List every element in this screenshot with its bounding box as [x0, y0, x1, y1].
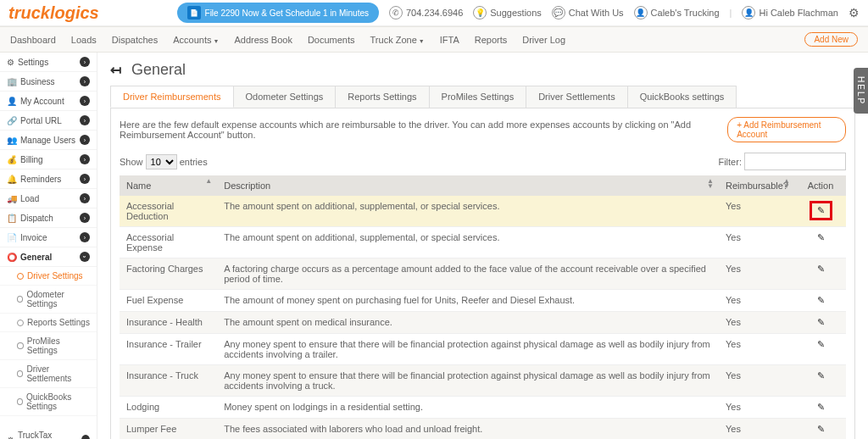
cell-name: Accessorial Expense — [120, 227, 217, 258]
cell-reimb: Yes — [719, 365, 795, 397]
table-row: Insurance - HealthThe amount spent on me… — [120, 312, 846, 334]
chat-link[interactable]: 💬Chat With Us — [552, 6, 624, 19]
chevron-icon: › — [80, 57, 90, 67]
cell-reimb: Yes — [719, 397, 795, 419]
help-tab[interactable]: HELP — [854, 68, 868, 114]
nav-accounts[interactable]: Accounts▼ — [173, 35, 219, 45]
nav-driver-log[interactable]: Driver Log — [522, 35, 565, 45]
cell-name: Insurance - Trailer — [120, 334, 217, 365]
sidebar-manage-users[interactable]: 👥Manage Users› — [0, 131, 97, 150]
cell-name: Insurance - Truck — [120, 365, 217, 397]
edit-button[interactable]: ✎ — [817, 232, 825, 242]
logo[interactable]: trucklogics — [8, 3, 99, 23]
sidebar-icon: 🔔 — [7, 175, 17, 184]
intro-text: Here are the few default expense account… — [120, 119, 727, 140]
tab-odometer-settings[interactable]: Odometer Settings — [233, 86, 337, 108]
cell-desc: Any money spent to ensure that there wil… — [217, 334, 719, 365]
edit-button[interactable]: ✎ — [817, 339, 825, 349]
cell-action: ✎ — [795, 397, 846, 419]
sidebar-settings[interactable]: ⚙Settings› — [0, 53, 97, 72]
sidebar-load[interactable]: 🚚Load› — [0, 189, 97, 208]
sub-promiles-settings[interactable]: ProMiles Settings — [0, 332, 97, 360]
tab-promiles-settings[interactable]: ProMiles Settings — [429, 86, 527, 108]
settings-gear-icon[interactable]: ⚙ — [849, 6, 860, 19]
nav-dashboard[interactable]: Dashboard — [10, 35, 56, 45]
ring-icon — [17, 370, 23, 377]
sidebar-dispatch[interactable]: 📋Dispatch› — [0, 208, 97, 228]
chevron-icon: › — [80, 96, 90, 106]
add-reimbursement-button[interactable]: + Add Reimbursement Account — [727, 117, 846, 142]
col-action[interactable]: Action — [795, 175, 846, 196]
sub-odometer-settings[interactable]: Odometer Settings — [0, 286, 97, 314]
sidebar-business[interactable]: 🏢Business› — [0, 72, 97, 92]
tab-reports-settings[interactable]: Reports Settings — [335, 86, 429, 108]
add-new-button[interactable]: Add New — [804, 32, 858, 47]
cell-reimb: Yes — [719, 312, 795, 334]
cell-reimb: Yes — [719, 419, 795, 440]
cell-desc: A factoring charge occurs as a percentag… — [217, 258, 719, 290]
company-link[interactable]: 👤Caleb's Trucking — [634, 6, 720, 19]
cell-desc: Money spent on lodgings in a residential… — [217, 397, 719, 419]
nav-documents[interactable]: Documents — [308, 35, 355, 45]
chevron-icon: › — [80, 135, 90, 145]
phone-icon: ✆ — [389, 6, 403, 19]
nav-address-book[interactable]: Address Book — [234, 35, 292, 45]
col-reimbursable-[interactable]: Reimbursable?▲▼ — [719, 175, 795, 196]
nav-reports[interactable]: Reports — [475, 35, 508, 45]
sidebar-my-account[interactable]: 👤My Account› — [0, 92, 97, 111]
edit-button[interactable]: ✎ — [817, 402, 825, 412]
sidebar-general[interactable]: ⭕General› — [0, 247, 97, 267]
sub-quickbooks-settings[interactable]: QuickBooks Settings — [0, 388, 97, 416]
edit-button[interactable]: ✎ — [817, 205, 825, 215]
tab-driver-reimbursements[interactable]: Driver Reimbursements — [110, 86, 234, 108]
user-icon: 👤 — [634, 6, 648, 19]
sidebar-reminders[interactable]: 🔔Reminders› — [0, 169, 97, 189]
sub-reports-settings[interactable]: Reports Settings — [0, 314, 97, 332]
cell-action: ✎ — [795, 312, 846, 334]
suggestions-link[interactable]: 💡Suggestions — [473, 6, 542, 19]
phone-link[interactable]: ✆704.234.6946 — [389, 6, 463, 19]
file-2290-button[interactable]: 📄 File 2290 Now & Get Schedule 1 in Minu… — [177, 3, 379, 23]
sidebar-icon: 👤 — [7, 97, 17, 106]
edit-button[interactable]: ✎ — [817, 264, 825, 274]
cell-desc: The fees associated with laborers who lo… — [217, 419, 719, 440]
chat-icon: 💬 — [552, 6, 565, 19]
back-button[interactable]: ↤ — [110, 62, 121, 78]
nav-dispatches[interactable]: Dispatches — [112, 35, 158, 45]
cell-name: Lumper Fee — [120, 419, 217, 440]
cog-icon: ⚙ — [7, 436, 14, 440]
tab-driver-settlements[interactable]: Driver Settlements — [526, 86, 627, 108]
page-size-select[interactable]: 10 — [146, 154, 177, 169]
nav-loads[interactable]: Loads — [71, 35, 97, 45]
user-greeting[interactable]: 👤Hi Caleb Flachman — [742, 6, 838, 19]
col-name[interactable]: Name▲ — [120, 175, 217, 196]
cell-desc: The amount spent on additional, suppleme… — [217, 227, 719, 258]
chevron-icon: › — [80, 154, 90, 164]
edit-button[interactable]: ✎ — [817, 295, 825, 305]
edit-button[interactable]: ✎ — [817, 370, 825, 381]
avatar-icon: 👤 — [742, 6, 755, 19]
table-row: Insurance - TruckAny money spent to ensu… — [120, 365, 846, 397]
edit-button[interactable]: ✎ — [817, 424, 825, 434]
cell-action: ✎ — [795, 419, 846, 440]
nav-truck-zone[interactable]: Truck Zone▼ — [370, 35, 425, 45]
cell-desc: Any money spent to ensure that there wil… — [217, 365, 719, 397]
nav-ifta[interactable]: IFTA — [440, 35, 459, 45]
sidebar-invoice[interactable]: 📄Invoice› — [0, 228, 97, 247]
sidebar-trucktax[interactable]: ⚙TruckTax Integration› — [0, 426, 97, 439]
col-description[interactable]: Description▲▼ — [217, 175, 719, 196]
tab-quickbooks-settings[interactable]: QuickBooks settings — [627, 86, 737, 108]
sub-driver-settings[interactable]: Driver Settings — [0, 267, 97, 286]
cell-name: Fuel Expense — [120, 290, 217, 312]
sidebar-portal-url[interactable]: 🔗Portal URL› — [0, 111, 97, 131]
filter-input[interactable] — [744, 153, 846, 170]
sidebar-billing[interactable]: 💰Billing› — [0, 150, 97, 169]
ring-icon — [17, 273, 24, 280]
table-row: LodgingMoney spent on lodgings in a resi… — [120, 397, 846, 419]
cell-desc: The amount of money spent on purchasing … — [217, 290, 719, 312]
separator: | — [730, 8, 732, 18]
sub-driver-settlements[interactable]: Driver Settlements — [0, 360, 97, 388]
sidebar-icon: 👥 — [7, 136, 17, 145]
page-title: General — [131, 61, 186, 79]
edit-button[interactable]: ✎ — [817, 317, 825, 327]
